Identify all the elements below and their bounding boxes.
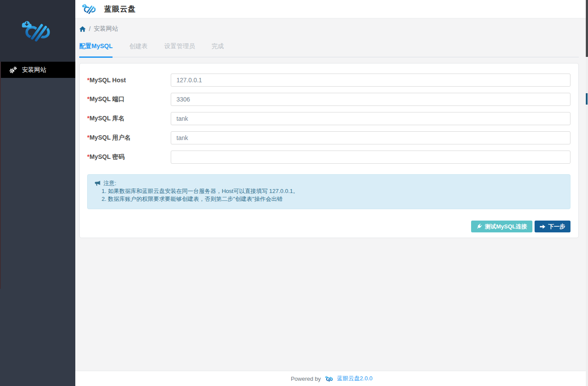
mysql-dbname-input[interactable] — [171, 112, 570, 125]
notice-item-2: 2. 数据库账户的权限要求要能够创建表，否则第二步"创建表"操作会出错 — [95, 195, 563, 203]
breadcrumb: / 安装网站 — [79, 25, 579, 33]
app-logo-icon — [16, 19, 60, 43]
breadcrumb-current: 安装网站 — [94, 25, 118, 33]
form-row-mysql-username: *MySQL 用户名 — [87, 131, 570, 144]
mysql-username-input[interactable] — [171, 131, 570, 144]
tab-create-tables[interactable]: 创建表 — [129, 38, 148, 57]
cogs-icon — [9, 66, 17, 74]
tab-finish[interactable]: 完成 — [211, 38, 224, 57]
mysql-port-input[interactable] — [171, 93, 570, 106]
sidebar-item-label: 安装网站 — [22, 66, 46, 74]
mysql-config-card: *MySQL Host *MySQL 端口 *MySQL 库名 *MySQL 用… — [79, 63, 579, 238]
mysql-host-input[interactable] — [171, 74, 570, 87]
next-step-button[interactable]: 下一步 — [535, 221, 570, 232]
notice-item-1: 1. 如果数据库和蓝眼云盘安装在同一台服务器，Host可以直接填写 127.0.… — [95, 187, 563, 195]
footer-logo-icon — [324, 375, 335, 382]
scrollbar-thumb[interactable] — [586, 93, 588, 105]
footer-brand-link[interactable]: 蓝眼云盘2.0.0 — [324, 375, 373, 382]
mysql-password-label: *MySQL 密码 — [87, 153, 171, 161]
mysql-dbname-label: *MySQL 库名 — [87, 115, 171, 123]
scrollbar-track[interactable] — [586, 57, 588, 386]
brand-logo-icon — [79, 3, 100, 15]
test-mysql-button[interactable]: 测试MySQL连接 — [471, 221, 532, 232]
plug-icon — [476, 224, 482, 229]
powered-by-text: Powered by — [291, 375, 321, 382]
home-icon[interactable] — [79, 26, 86, 32]
sidebar-item-install-site[interactable]: 安装网站 — [0, 62, 75, 78]
mysql-username-label: *MySQL 用户名 — [87, 134, 171, 142]
page-title: 蓝眼云盘 — [104, 4, 136, 14]
notice-box: 注意: 1. 如果数据库和蓝眼云盘安装在同一台服务器，Host可以直接填写 12… — [87, 174, 570, 209]
sidebar-logo-block — [0, 0, 75, 62]
arrow-right-icon — [540, 224, 546, 229]
form-row-mysql-host: *MySQL Host — [87, 74, 570, 87]
footer: Powered by — [75, 371, 588, 386]
left-edge-strip — [0, 62, 1, 289]
tab-configure-mysql[interactable]: 配置MySQL — [79, 38, 113, 57]
top-header: 蓝眼云盘 — [75, 0, 588, 18]
footer-brand-version: 蓝眼云盘2.0.0 — [337, 375, 373, 382]
right-edge-dark-strip — [586, 0, 588, 57]
notice-title-row: 注意: — [95, 179, 563, 187]
form-row-mysql-port: *MySQL 端口 — [87, 93, 570, 106]
tab-set-admin[interactable]: 设置管理员 — [164, 38, 195, 57]
breadcrumb-separator: / — [89, 25, 91, 32]
content-area: / 安装网站 配置MySQL 创建表 设置管理员 完成 *MySQL Host … — [75, 18, 588, 371]
bullhorn-icon — [95, 180, 101, 186]
main-area: 蓝眼云盘 / 安装网站 配置MySQL 创建表 设置管理员 完成 *MySQL … — [75, 0, 588, 386]
test-mysql-label: 测试MySQL连接 — [485, 223, 527, 231]
sidebar: 安装网站 — [0, 0, 75, 386]
form-actions: 测试MySQL连接 下一步 — [87, 221, 570, 232]
next-step-label: 下一步 — [548, 223, 565, 231]
mysql-port-label: *MySQL 端口 — [87, 95, 171, 103]
notice-title: 注意: — [103, 179, 116, 187]
form-row-mysql-password: *MySQL 密码 — [87, 151, 570, 164]
form-row-mysql-dbname: *MySQL 库名 — [87, 112, 570, 125]
mysql-password-input[interactable] — [171, 151, 570, 164]
wizard-tabs: 配置MySQL 创建表 设置管理员 完成 — [79, 38, 579, 57]
mysql-host-label: *MySQL Host — [87, 77, 171, 84]
